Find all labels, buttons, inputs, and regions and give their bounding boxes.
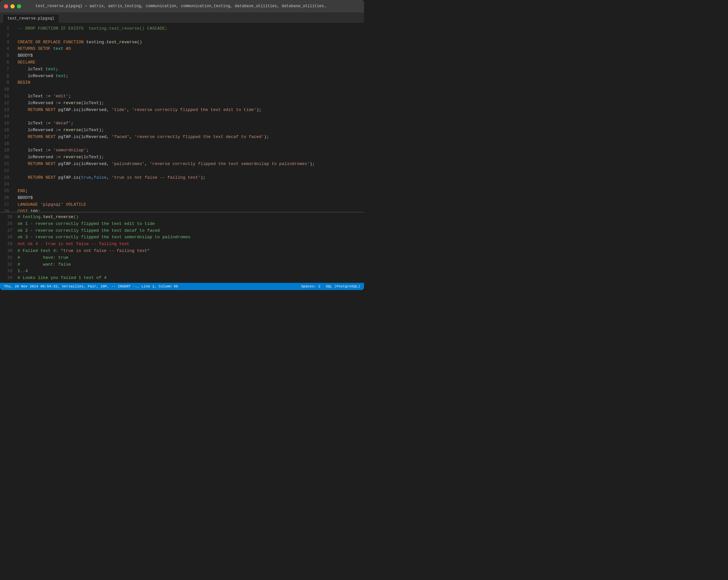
status-right: Spaces: 2 SQL (PostgreSQL) [301,285,360,288]
code-line-26: $BODY$ [18,195,364,202]
code-line-12: lcReversed := reverse(lcText); [18,100,364,107]
editor-area: 1 2 3 4 5 6 7 8 9 10 11 12 13 14 15 16 1… [0,23,364,212]
language-indicator: SQL (PostgreSQL) [326,285,360,288]
status-info: Thu, 20 Nov 2014 06:54:32, Versailles, F… [4,285,178,288]
code-line-18 [18,140,364,148]
output-line-28: ok 3 - reverse correctly flipped the tex… [18,234,364,241]
spaces-indicator: Spaces: 2 [301,285,320,288]
code-line-21: RETURN NEXT pgTAP.is(lcReversed, 'palind… [18,161,364,168]
main-window: test_reverse.plpgsql — aatrix, aatrix_te… [0,0,364,290]
output-line-numbers: 25 26 27 28 29 30 31 32 33 34 [0,213,15,283]
code-line-17: RETURN NEXT pgTAP.is(lcReversed, 'faced'… [18,134,364,140]
output-line-30: # Failed test 4: "true is not false -- f… [18,248,364,255]
code-line-19: lcText := 'semordnilap'; [18,147,364,154]
window-title: test_reverse.plpgsql — aatrix, aatrix_te… [35,4,329,8]
code-line-5: $BODY$ [18,52,364,59]
output-content: # testing.test_reverse() ok 1 - reverse … [15,213,364,283]
tab-file[interactable]: test_reverse.plpgsql [3,14,59,23]
output-line-34: # Looks like you failed 1 test of 4 [18,275,364,282]
status-bar: Thu, 20 Nov 2014 06:54:32, Versailles, F… [0,283,364,290]
code-line-9: BEGIN [18,79,364,86]
code-line-23: RETURN NEXT pgTAP.is(true,false, 'true i… [18,175,364,181]
code-line-11: lcText := 'edit'; [18,93,364,100]
code-line-2 [18,32,364,39]
output-line-33: 1..4 [18,268,364,275]
code-line-25: END; [18,188,364,195]
code-line-20: lcReversed := reverse(lcText); [18,154,364,161]
tab-bar: test_reverse.plpgsql [0,12,364,23]
code-line-24 [18,181,364,188]
code-line-22 [18,168,364,175]
code-line-3: CREATE OR REPLACE FUNCTION testing.test_… [18,39,364,46]
code-line-1: -- DROP FUNCTION IF EXISTS testing.test_… [18,25,364,32]
code-line-15: lcText := 'decaf'; [18,120,364,127]
code-line-14 [18,113,364,120]
output-line-25: # testing.test_reverse() [18,214,364,221]
traffic-lights [4,4,21,8]
output-line-32: # want: false [18,261,364,268]
code-line-7: lcText text; [18,66,364,73]
titlebar: test_reverse.plpgsql — aatrix, aatrix_te… [0,0,364,12]
code-line-28: COST 100; [18,208,364,212]
output-line-27: ok 2 - reverse correctly flipped the tex… [18,228,364,234]
status-left: Thu, 20 Nov 2014 06:54:32, Versailles, F… [4,285,178,288]
close-button[interactable] [4,4,8,8]
output-line-26: ok 1 - reverse correctly flipped the tex… [18,221,364,228]
code-line-10 [18,86,364,93]
code-line-8: lcReversed text; [18,73,364,80]
maximize-button[interactable] [17,4,21,8]
output-line-31: # have: true [18,255,364,261]
code-line-13: RETURN NEXT pgTAP.is(lcReversed, 'tide',… [18,107,364,113]
code-line-16: lcReversed := reverse(lcText); [18,127,364,134]
line-numbers: 1 2 3 4 5 6 7 8 9 10 11 12 13 14 15 16 1… [0,23,15,212]
code-line-27: LANGUAGE 'plpgsql' VOLATILE [18,202,364,208]
minimize-button[interactable] [10,4,15,8]
output-line-29: not ok 4 - true is not false -- failing … [18,241,364,248]
code-editor[interactable]: -- DROP FUNCTION IF EXISTS testing.test_… [15,23,364,212]
code-line-6: DECLARE [18,59,364,66]
output-area: 25 26 27 28 29 30 31 32 33 34 # testing.… [0,213,364,283]
code-line-4: RETURNS SETOF text AS [18,46,364,52]
